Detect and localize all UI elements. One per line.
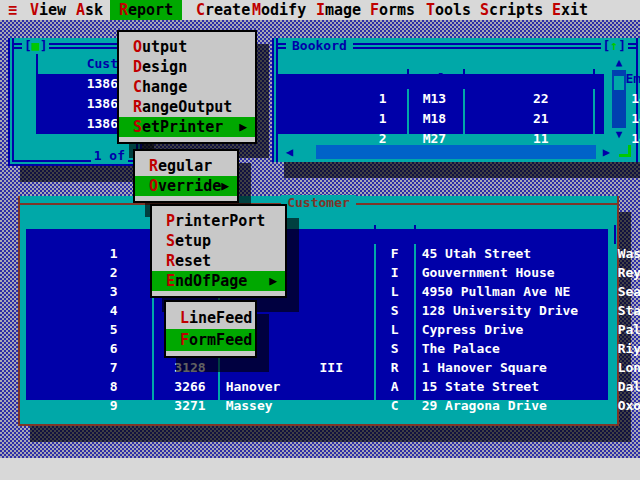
menubar-label: sk	[85, 1, 103, 19]
menu-item-rangeoutput[interactable]: RangeOutput	[119, 97, 255, 117]
cell: R	[376, 358, 416, 377]
hotkey-letter: T	[426, 1, 435, 19]
scroll-left-icon[interactable]: ◀	[286, 144, 293, 160]
system-menu-icon[interactable]: ≡	[8, 0, 17, 20]
cell: Palm	[616, 320, 640, 339]
cell: 8	[89, 377, 154, 396]
customer-table: CUSTOMERCust IDInitStreet 11386F45 Utah …	[26, 210, 608, 400]
cell: 3128	[154, 358, 220, 377]
scroll-down-icon[interactable]: ▼	[612, 128, 626, 142]
bracket: ]	[618, 38, 626, 53]
cell: 15 State Street	[416, 377, 616, 396]
record-counter: 1 of	[91, 148, 128, 164]
scroll-up-icon[interactable]: ▲	[612, 56, 626, 70]
menubar-item-tools[interactable]: Tools	[426, 0, 471, 20]
horizontal-scrollbar[interactable]: ◀ ▶	[284, 144, 612, 160]
vertical-scrollbar[interactable]: ▲ ▼	[612, 56, 626, 142]
menu-item-output[interactable]: Output	[119, 37, 255, 57]
cust-column-header: Cust	[38, 54, 126, 74]
menubar-item-forms[interactable]: Forms	[370, 0, 415, 20]
resize-handle[interactable]	[618, 144, 634, 160]
override-submenu: PrinterPort Setup Reset EndOfPage▶	[150, 204, 287, 298]
submenu-arrow-icon: ▶	[269, 271, 277, 291]
cell: M13	[409, 89, 465, 109]
menu-item-change[interactable]: Change	[119, 77, 255, 97]
menu-item-endofpage[interactable]: EndOfPage▶	[152, 271, 285, 291]
menu-item-label: esign	[142, 58, 187, 76]
cell: 4950 Pullman Ave NE	[416, 282, 616, 301]
cell: 1	[341, 109, 409, 129]
menubar-label: iew	[39, 1, 66, 19]
cell: Londo	[616, 358, 640, 377]
cell: Oxon	[616, 396, 640, 415]
menubar-item-scripts[interactable]: Scripts	[480, 0, 543, 20]
cell: F	[376, 244, 416, 263]
cell: L	[376, 282, 416, 301]
paradox-desktop: ≡ View Ask Report Create Modify Image Fo…	[0, 0, 640, 480]
menu-item-label: ineFeed	[189, 309, 252, 327]
cell: Riyad	[616, 339, 640, 358]
cell: 22	[465, 89, 595, 109]
cell: III	[220, 358, 376, 377]
window-title: Customer	[281, 195, 356, 210]
menu-item-linefeed[interactable]: LineFeed	[166, 307, 255, 329]
hotkey-letter: F	[180, 331, 189, 349]
menu-item-design[interactable]: Design	[119, 57, 255, 77]
menu-item-setup[interactable]: Setup	[152, 231, 285, 251]
control-box-icon: ■	[32, 38, 40, 53]
table-row[interactable]: 1386	[38, 114, 126, 134]
menubar-label: odify	[261, 1, 306, 19]
window-customer: Customer CUSTOMERCust IDInitStreet 11386…	[18, 196, 619, 426]
column-header: Street	[416, 225, 616, 244]
cell: S	[376, 339, 416, 358]
cell: 6	[89, 339, 154, 358]
table-row[interactable]: 1386	[38, 74, 126, 94]
menubar-label: orms	[379, 1, 415, 19]
scrollbar-thumb[interactable]	[614, 76, 624, 90]
cell: Gouvernment House	[416, 263, 616, 282]
menubar-item-ask[interactable]: Ask	[76, 0, 103, 20]
customer-titlebar[interactable]: Customer	[20, 196, 617, 210]
cell: 3271	[154, 396, 220, 415]
cell: A	[376, 377, 416, 396]
hotkey-letter: R	[166, 252, 175, 270]
column-header: CUSTOMER	[89, 225, 154, 244]
cell: 5	[89, 320, 154, 339]
table-row[interactable]: 1386	[38, 94, 126, 114]
cell: L	[376, 320, 416, 339]
window-control-button[interactable]: [■]	[22, 38, 49, 54]
menu-item-printerport[interactable]: PrinterPort	[152, 211, 285, 231]
menubar-item-image[interactable]: Image	[316, 0, 361, 20]
menubar-item-create[interactable]: Create	[196, 0, 250, 20]
menu-item-regular[interactable]: Regular	[135, 156, 237, 176]
menubar-item-report[interactable]: Report	[110, 0, 182, 20]
hotkey-letter: O	[149, 177, 158, 195]
scrollbar-thumb[interactable]	[316, 145, 596, 159]
menubar-item-view[interactable]: View	[30, 0, 66, 20]
customer-header-row: CUSTOMERCust IDInitStreet	[26, 210, 608, 229]
hotkey-letter: C	[133, 78, 142, 96]
maximize-button[interactable]: [↑]	[601, 38, 628, 54]
bracket: ]	[40, 38, 48, 53]
menubar-label: cripts	[489, 1, 543, 19]
menu-item-override[interactable]: Override▶	[135, 176, 237, 196]
menu-item-formfeed[interactable]: FormFeed	[166, 329, 255, 351]
cell: Hanover	[220, 377, 376, 396]
cell: Dalla	[616, 377, 640, 396]
cell: 1 Hanover Square	[416, 358, 616, 377]
menu-bar: ≡ View Ask Report Create Modify Image Fo…	[0, 0, 640, 20]
menubar-label: xit	[561, 1, 588, 19]
menubar-item-modify[interactable]: Modify	[252, 0, 306, 20]
bookord-titlebar[interactable]: Bookord [↑]	[278, 38, 636, 54]
cell: 128 University Drive	[416, 301, 616, 320]
menu-item-setprinter[interactable]: SetPrinter▶	[119, 117, 255, 137]
scroll-right-icon[interactable]: ▶	[603, 144, 610, 160]
submenu-arrow-icon: ▶	[221, 176, 229, 196]
column-header	[616, 225, 640, 244]
hotkey-letter: E	[166, 272, 175, 290]
menubar-item-exit[interactable]: Exit	[552, 0, 588, 20]
cell: 7	[89, 358, 154, 377]
menu-item-reset[interactable]: Reset	[152, 251, 285, 271]
column-header: Quant	[465, 69, 595, 89]
cell: I	[376, 263, 416, 282]
